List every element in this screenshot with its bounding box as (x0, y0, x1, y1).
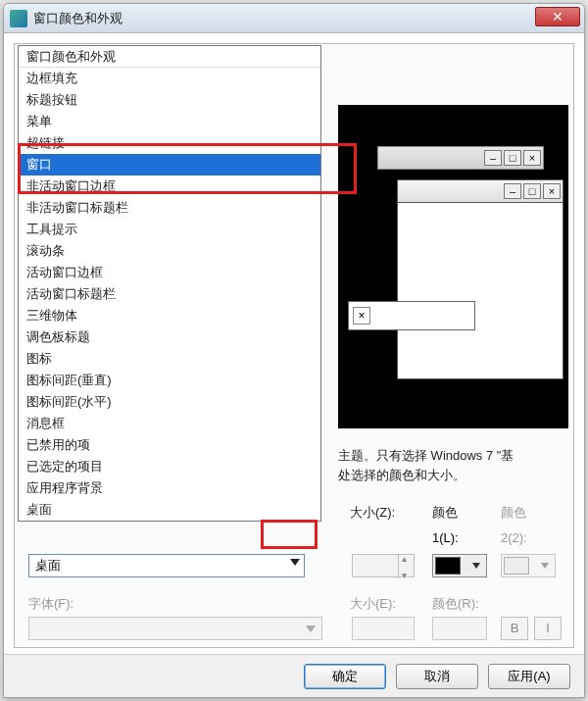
label-font: 字体(F): (28, 596, 74, 611)
apply-button[interactable]: 应用(A) (488, 664, 570, 689)
dropdown-option[interactable]: 活动窗口边框 (19, 262, 320, 283)
dropdown-option[interactable]: 应用程序背景 (19, 477, 320, 499)
item-combobox-value: 桌面 (35, 557, 61, 575)
description-text: 主题。只有选择 Windows 7 "基 处选择的颜色和大小。 (338, 446, 573, 484)
color1-picker[interactable] (432, 554, 487, 577)
chevron-down-icon (541, 563, 549, 569)
font-row-labels: 字体(F): 大小(E): 颜色(R): (28, 595, 74, 613)
dropdown-option-selected[interactable]: 窗口 (19, 154, 320, 175)
font-size-spinner[interactable] (352, 617, 415, 640)
dropdown-option[interactable]: 桌面 (19, 499, 320, 521)
close-icon: × (353, 307, 370, 325)
maximize-icon: □ (504, 150, 521, 166)
dropdown-option[interactable]: 图标 (19, 348, 320, 370)
chevron-down-icon (290, 559, 300, 566)
button-bar: 确定 取消 应用(A) (4, 654, 584, 697)
font-color-picker[interactable] (432, 617, 487, 640)
preview-pane: – □ × – □ × × (338, 105, 568, 428)
italic-button[interactable]: I (534, 617, 562, 640)
font-row: B I (28, 617, 577, 642)
maximize-icon: □ (523, 183, 541, 199)
desc-line1: 主题。只有选择 Windows 7 "基 (338, 448, 514, 463)
color-swatch (504, 557, 529, 575)
label-color1-hotkey: 1(L): (432, 530, 459, 545)
minimize-icon: – (504, 183, 521, 199)
close-icon: × (543, 183, 561, 199)
label-size: 大小(Z): (350, 504, 395, 522)
label-size2: 大小(E): (350, 595, 428, 613)
dropdown-option[interactable]: 图标间距(垂直) (19, 370, 320, 391)
preview-message-box: × (348, 301, 475, 330)
dropdown-header[interactable]: 窗口颜色和外观 (19, 46, 320, 68)
label-color2-hotkey: 2(2): (501, 530, 527, 545)
dropdown-option[interactable]: 已选定的项目 (19, 456, 320, 477)
item-row: 桌面 (28, 554, 577, 579)
dropdown-option[interactable]: 超链接 (19, 132, 320, 154)
dialog-window: 窗口颜色和外观 ✕ – □ × – □ × × 主题。只有选择 Windows … (3, 3, 585, 698)
dropdown-option[interactable]: 活动窗口标题栏 (19, 283, 320, 305)
item-combobox[interactable]: 桌面 (28, 554, 305, 577)
chevron-down-icon (472, 563, 480, 569)
desc-line2: 处选择的颜色和大小。 (338, 468, 466, 482)
dropdown-option[interactable]: 非活动窗口标题栏 (19, 197, 320, 219)
close-icon: × (523, 150, 541, 166)
dropdown-option[interactable]: 边框填充 (19, 68, 320, 89)
spinner-arrows-icon (398, 555, 414, 578)
app-icon (10, 10, 27, 27)
cancel-button[interactable]: 取消 (396, 664, 478, 689)
preview-window-body (397, 203, 564, 379)
dropdown-option[interactable]: 标题按钮 (19, 89, 320, 111)
close-button[interactable]: ✕ (535, 7, 580, 26)
font-combobox[interactable] (28, 617, 322, 640)
dropdown-option[interactable]: 非活动窗口边框 (19, 175, 320, 197)
dropdown-option[interactable]: 调色板标题 (19, 326, 320, 348)
label-color2: 颜色 (501, 504, 526, 522)
size-spinner[interactable] (352, 554, 415, 577)
dropdown-option[interactable]: 菜单 (19, 111, 320, 132)
label-color-r: 颜色(R): (432, 595, 511, 613)
item-dropdown-list[interactable]: 窗口颜色和外观 边框填充 标题按钮 菜单 超链接 窗口 非活动窗口边框 非活动窗… (18, 45, 321, 522)
chevron-down-icon (306, 626, 316, 632)
dropdown-option[interactable]: 滚动条 (19, 240, 320, 262)
dropdown-option[interactable]: 三维物体 (19, 305, 320, 326)
color2-picker (501, 554, 556, 577)
bold-button[interactable]: B (501, 617, 528, 640)
ok-button[interactable]: 确定 (304, 664, 386, 689)
minimize-icon: – (484, 150, 502, 166)
color-swatch (435, 557, 461, 575)
preview-active-window: – □ × (397, 179, 564, 203)
dropdown-option[interactable]: 图标间距(水平) (19, 391, 320, 413)
dropdown-option[interactable]: 已禁用的项 (19, 434, 320, 456)
titlebar[interactable]: 窗口颜色和外观 ✕ (4, 4, 584, 33)
label-color1: 颜色 (432, 504, 458, 522)
preview-inactive-window: – □ × (377, 146, 544, 170)
window-title: 窗口颜色和外观 (33, 10, 122, 27)
dropdown-option[interactable]: 工具提示 (19, 219, 320, 240)
dropdown-option[interactable]: 消息框 (19, 413, 320, 434)
